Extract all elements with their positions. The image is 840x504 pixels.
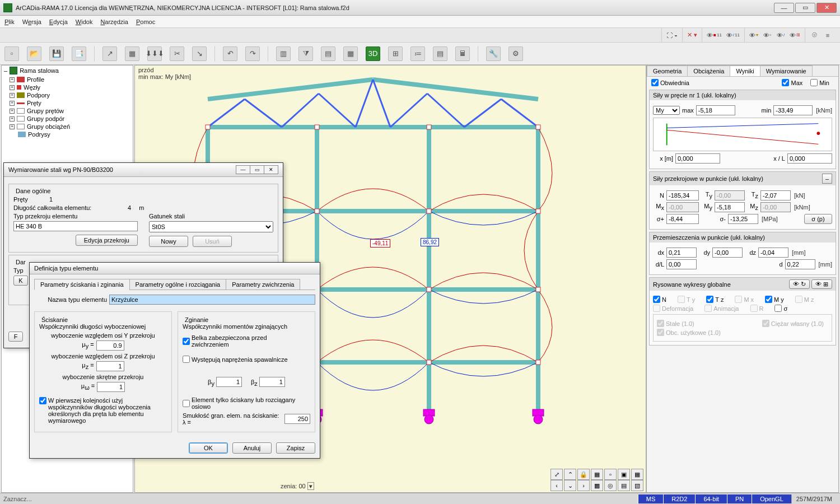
- d-input[interactable]: [785, 259, 815, 269]
- view-e-icon[interactable]: ◎: [604, 480, 617, 491]
- close-button[interactable]: ✕: [816, 3, 837, 13]
- collapse-icon[interactable]: ≡: [821, 30, 834, 41]
- chart-btn-1[interactable]: 👁 ↻: [789, 279, 810, 289]
- tree-item[interactable]: Węzły: [24, 84, 40, 91]
- tree-item[interactable]: Pręty: [27, 100, 41, 106]
- nav-down-icon[interactable]: ⌄: [564, 480, 576, 491]
- section-type-input[interactable]: [13, 221, 138, 231]
- eye-1-icon[interactable]: 👁▾: [747, 30, 760, 41]
- k-button[interactable]: K: [13, 276, 28, 286]
- tool-node-icon[interactable]: ↗: [102, 46, 117, 61]
- menu-wersja[interactable]: Wersja: [22, 18, 41, 25]
- tab-obciazenia[interactable]: Obciążenia: [687, 66, 730, 76]
- maximize-button[interactable]: ▭: [795, 3, 815, 13]
- dlg-min-icon[interactable]: —: [236, 165, 250, 174]
- tab-wymiarowanie[interactable]: Wymiarowanie: [760, 66, 813, 76]
- steel-grade-select[interactable]: St0S: [149, 221, 273, 232]
- tool-bars-icon[interactable]: ▦: [125, 46, 139, 61]
- xl-input[interactable]: [787, 153, 832, 164]
- menu-narzedzia[interactable]: Narzędzia: [100, 18, 128, 25]
- eye-3-icon[interactable]: 👁/: [774, 30, 787, 41]
- f-button[interactable]: F: [8, 332, 23, 342]
- eye-4-icon[interactable]: 👁⊞: [787, 30, 802, 41]
- tool-coord-icon[interactable]: ↘: [192, 46, 207, 61]
- undo-icon[interactable]: ↶: [223, 46, 237, 61]
- open-icon[interactable]: 📂: [27, 46, 41, 61]
- grid-icon[interactable]: ▥: [276, 46, 291, 61]
- lambda-input[interactable]: [284, 414, 310, 424]
- tree-root-label[interactable]: Rama stalowa: [20, 67, 59, 74]
- view-c-icon[interactable]: ▦: [631, 469, 643, 480]
- dy-input[interactable]: [712, 248, 743, 258]
- max-input[interactable]: [696, 105, 735, 115]
- tab-geometria[interactable]: Geometria: [647, 66, 688, 76]
- cut-icon[interactable]: ✂: [170, 46, 184, 61]
- view-grid-icon[interactable]: ▦: [591, 469, 603, 480]
- cancel-button[interactable]: Anuluj: [232, 442, 272, 454]
- obwiednia-check[interactable]: Obwiednia: [651, 79, 689, 86]
- report-icon[interactable]: ▤: [433, 46, 447, 61]
- sm-input[interactable]: [728, 214, 758, 224]
- table2-icon[interactable]: ▦: [343, 46, 358, 61]
- table1-icon[interactable]: ▤: [321, 46, 335, 61]
- view-up-icon[interactable]: ⌃: [564, 469, 576, 480]
- min-input[interactable]: [773, 105, 813, 115]
- new-icon[interactable]: ▫: [4, 46, 19, 61]
- tab-wyniki[interactable]: Wyniki: [730, 66, 760, 76]
- align-icon[interactable]: ≔: [410, 46, 425, 61]
- tree-item[interactable]: Podpory: [27, 92, 50, 99]
- eye-2-icon[interactable]: 👁▫: [760, 30, 774, 41]
- tree-item[interactable]: Grupy prętów: [27, 108, 64, 114]
- muz-input[interactable]: [96, 361, 124, 371]
- view-a-icon[interactable]: ▫: [604, 469, 617, 480]
- eye-red-icon[interactable]: 👁■11: [704, 30, 724, 41]
- tree-item[interactable]: Podrysy: [28, 131, 50, 138]
- tree-item[interactable]: Grupy obciążeń: [27, 123, 70, 130]
- chk-my[interactable]: My: [765, 296, 784, 303]
- nav-right-icon[interactable]: ›: [577, 480, 590, 491]
- dz-input[interactable]: [758, 248, 788, 258]
- dlg-close-icon[interactable]: ✕: [264, 165, 278, 174]
- save-button[interactable]: Zapisz: [276, 442, 315, 454]
- settings-icon[interactable]: ⚙: [508, 46, 523, 61]
- max-check[interactable]: Max: [782, 79, 802, 86]
- view-b-icon[interactable]: ▣: [618, 469, 630, 480]
- muw-input[interactable]: [97, 382, 125, 392]
- view-fit-icon[interactable]: ⤢: [550, 469, 563, 480]
- 3d-icon[interactable]: 3D: [366, 46, 380, 61]
- beam-secured-check[interactable]: Belka zabezpieczona przed zwichrzeniem: [183, 334, 306, 348]
- sigma-button[interactable]: σ (p): [804, 214, 832, 224]
- section-collapse-icon[interactable]: –: [822, 174, 832, 184]
- min-check[interactable]: Min: [810, 79, 829, 86]
- force-select[interactable]: My: [653, 106, 680, 115]
- scale-icon[interactable]: ⛶ ▾: [664, 30, 680, 41]
- redo-icon[interactable]: ↷: [245, 46, 260, 61]
- axial-only-check[interactable]: Element tylko ściskany lub rozciągany os…: [183, 396, 306, 410]
- axes-icon[interactable]: ✕ ▾: [685, 30, 699, 41]
- calc-icon[interactable]: 🖩: [455, 46, 470, 61]
- menu-widok[interactable]: Widok: [76, 18, 93, 25]
- new-button[interactable]: Nowy: [149, 236, 188, 247]
- tree-collapse-icon[interactable]: –: [4, 67, 7, 74]
- view-lock-icon[interactable]: 🔒: [577, 469, 590, 480]
- wrench-icon[interactable]: 🔧: [486, 46, 501, 61]
- dlg-max-icon[interactable]: ▭: [250, 165, 264, 174]
- tree-item[interactable]: Grupy podpór: [27, 115, 64, 122]
- chk-tz[interactable]: Tz: [706, 296, 724, 303]
- dtab-3[interactable]: Parametry zwichrzenia: [226, 279, 300, 290]
- weld-stress-check[interactable]: Występują naprężenia spawalnicze: [183, 356, 288, 363]
- n-input[interactable]: [666, 190, 699, 200]
- dl-input[interactable]: [666, 259, 697, 269]
- xm-input[interactable]: [675, 153, 720, 164]
- dx-input[interactable]: [666, 248, 697, 258]
- nav-left-icon[interactable]: ‹: [550, 480, 563, 491]
- element-name-input[interactable]: [109, 295, 315, 305]
- edit-section-button[interactable]: Edycja przekroju: [76, 235, 138, 246]
- view-f-icon[interactable]: ▤: [618, 480, 630, 491]
- my-input[interactable]: [715, 202, 745, 212]
- minimize-button[interactable]: —: [774, 3, 794, 13]
- sp-input[interactable]: [666, 214, 699, 224]
- tree-item[interactable]: Profile: [27, 76, 44, 83]
- matrix-icon[interactable]: ⊞: [388, 46, 403, 61]
- muy-input[interactable]: [96, 340, 124, 351]
